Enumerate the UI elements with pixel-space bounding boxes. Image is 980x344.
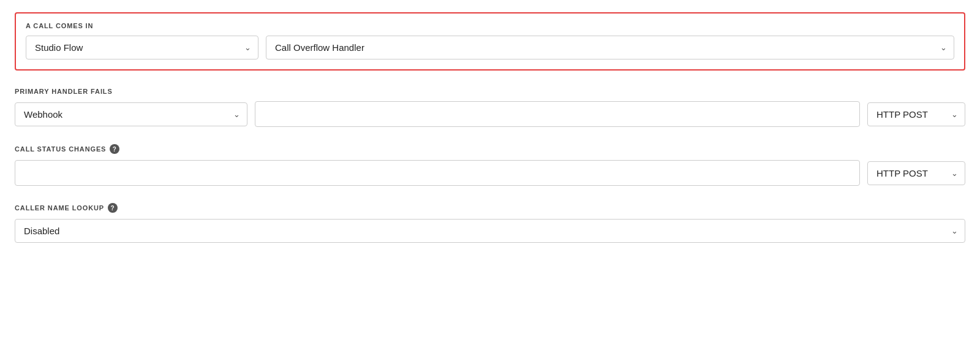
primary-handler-fails-label: PRIMARY HANDLER FAILS	[15, 88, 965, 95]
primary-url-input[interactable]	[255, 101, 860, 127]
call-status-changes-section: CALL STATUS CHANGES ? HTTP POST HTTP GET…	[15, 144, 965, 186]
caller-name-select-wrapper[interactable]: Disabled Enabled ⌄	[15, 219, 965, 243]
call-handler-select[interactable]: Call Overflow Handler Default Flow Custo…	[266, 36, 954, 59]
caller-name-lookup-section: CALLER NAME LOOKUP ? Disabled Enabled ⌄	[15, 203, 965, 243]
primary-handler-fails-row: Webhook TwiML Function Studio Flow ⌄ HTT…	[15, 101, 965, 127]
caller-name-lookup-row: Disabled Enabled ⌄	[15, 219, 965, 243]
primary-method-select-wrapper[interactable]: HTTP POST HTTP GET ⌄	[867, 102, 965, 126]
caller-name-select[interactable]: Disabled Enabled	[15, 219, 965, 243]
call-status-help-icon[interactable]: ?	[110, 144, 119, 154]
call-status-method-select[interactable]: HTTP POST HTTP GET	[867, 161, 965, 185]
a-call-comes-in-row: Studio Flow TwiML Webhook Function ⌄ Cal…	[26, 36, 954, 59]
caller-name-help-icon[interactable]: ?	[108, 203, 118, 213]
call-status-changes-row: HTTP POST HTTP GET ⌄	[15, 160, 965, 186]
call-status-method-select-wrapper[interactable]: HTTP POST HTTP GET ⌄	[867, 161, 965, 185]
primary-type-select[interactable]: Webhook TwiML Function Studio Flow	[15, 102, 247, 126]
call-status-changes-label: CALL STATUS CHANGES ?	[15, 144, 965, 154]
call-type-select[interactable]: Studio Flow TwiML Webhook Function	[26, 36, 258, 59]
caller-name-lookup-label: CALLER NAME LOOKUP ?	[15, 203, 965, 213]
primary-type-select-wrapper[interactable]: Webhook TwiML Function Studio Flow ⌄	[15, 102, 247, 126]
a-call-comes-in-label: A CALL COMES IN	[26, 22, 954, 29]
primary-handler-fails-section: PRIMARY HANDLER FAILS Webhook TwiML Func…	[15, 88, 965, 127]
primary-method-select[interactable]: HTTP POST HTTP GET	[867, 102, 965, 126]
call-handler-select-wrapper[interactable]: Call Overflow Handler Default Flow Custo…	[266, 36, 954, 59]
call-type-select-wrapper[interactable]: Studio Flow TwiML Webhook Function ⌄	[26, 36, 258, 59]
call-status-url-input[interactable]	[15, 160, 860, 186]
a-call-comes-in-section: A CALL COMES IN Studio Flow TwiML Webhoo…	[15, 12, 965, 71]
